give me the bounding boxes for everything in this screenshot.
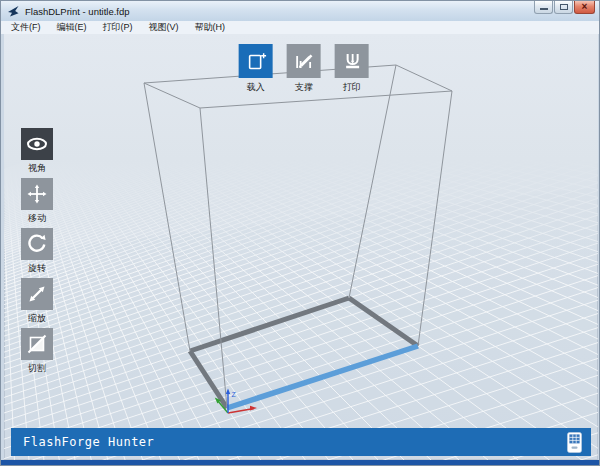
minimize-button[interactable] — [534, 1, 553, 14]
minimize-icon — [540, 8, 548, 10]
sidebar-label-move: 移动 — [28, 212, 46, 225]
sidebar-label-cut: 切割 — [28, 362, 46, 375]
sidebar-button-cut[interactable]: 切割 — [17, 328, 57, 375]
menu-edit[interactable]: 编辑(E) — [49, 21, 95, 34]
sidebar-button-scale[interactable]: 缩放 — [17, 278, 57, 325]
app-logo-icon[interactable] — [7, 5, 20, 18]
menu-print[interactable]: 打印(P) — [95, 21, 141, 34]
toolbar-label-print: 打印 — [343, 81, 361, 94]
sidebar-label-view: 视角 — [28, 162, 46, 175]
viewport: Z 载入 — [4, 34, 598, 460]
sidebar-button-view[interactable]: 视角 — [17, 128, 57, 175]
close-button[interactable]: × — [574, 1, 595, 14]
sidebar-button-rotate[interactable]: 旋转 — [17, 228, 57, 275]
main-toolbar: 载入 支撑 — [238, 44, 370, 94]
menu-file[interactable]: 文件(F) — [3, 21, 49, 34]
sidebar-button-move[interactable]: 移动 — [17, 178, 57, 225]
toolbar-button-print[interactable]: 打印 — [334, 44, 370, 94]
app-window: FlashDLPrint - untitle.fdp × 文件(F) 编辑(E)… — [0, 0, 600, 466]
maximize-button[interactable] — [554, 1, 573, 14]
menu-bar: 文件(F) 编辑(E) 打印(P) 视图(V) 帮助(H) — [1, 21, 599, 34]
toolbar-button-load[interactable]: 载入 — [238, 44, 274, 94]
toolbar-button-support[interactable]: 支撑 — [286, 44, 322, 94]
load-model-icon — [245, 50, 267, 72]
rotate-arrow-icon — [25, 232, 49, 256]
print-icon — [341, 50, 363, 72]
toolbar-label-load: 载入 — [247, 81, 265, 94]
status-bar: FlashForge Hunter — [11, 428, 591, 456]
close-icon: × — [582, 1, 588, 12]
maximize-icon — [560, 4, 568, 10]
viewport-3d-canvas[interactable]: Z — [4, 34, 598, 460]
window-bottom-edge — [1, 460, 599, 466]
scale-arrow-icon — [26, 283, 48, 305]
title-bar[interactable]: FlashDLPrint - untitle.fdp × — [1, 1, 599, 21]
sidebar-label-rotate: 旋转 — [28, 262, 46, 275]
support-edit-icon — [293, 50, 315, 72]
menu-help[interactable]: 帮助(H) — [187, 21, 234, 34]
menu-view[interactable]: 视图(V) — [141, 21, 187, 34]
move-arrows-icon — [26, 183, 48, 205]
tool-sidebar: 视角 移动 — [17, 128, 57, 375]
axis-z-label: Z — [232, 391, 237, 398]
window-title: FlashDLPrint - untitle.fdp — [25, 6, 130, 17]
printer-name: FlashForge Hunter — [23, 435, 154, 449]
printer-icon[interactable] — [567, 432, 582, 453]
eye-view-icon — [25, 132, 49, 156]
cut-slice-icon — [26, 333, 48, 355]
toolbar-label-support: 支撑 — [295, 81, 313, 94]
sidebar-label-scale: 缩放 — [28, 312, 46, 325]
